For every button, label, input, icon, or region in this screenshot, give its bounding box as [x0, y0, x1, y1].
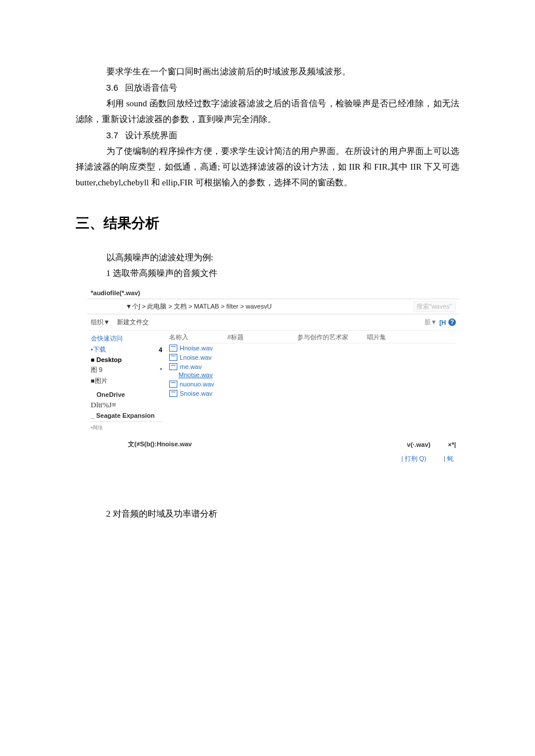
audio-file-icon: [169, 354, 177, 361]
open-button[interactable]: | 打刑 Q): [401, 454, 426, 463]
sidebar-network[interactable]: •网络: [91, 423, 162, 433]
section-title-3-7: 设计系统界面: [125, 131, 177, 140]
pic9-badge: *: [160, 367, 162, 374]
cancel-button[interactable]: | 蚝: [444, 454, 454, 463]
step-1-label: 1 选取带高频噪声的音频文件: [76, 266, 459, 281]
file-row[interactable]: Snoise.wav: [169, 389, 456, 398]
dialog-sidebar: 会快速访问 •下载 4 ■ Desktop 图 9 * ■图片 OneDrive: [87, 331, 166, 435]
section-3-6-heading: 3.6 回放语音信号: [76, 80, 459, 96]
help-icon[interactable]: ?: [448, 318, 456, 326]
file-list-header: 名称入 #标题 参与创作的艺术家 唱片集: [169, 333, 456, 343]
breadcrumb-path[interactable]: ▼个∫ > 此电脑 > 文档 > MATLAB > filter > waves…: [91, 302, 413, 311]
section-title-3-6: 回放语音信号: [125, 83, 177, 92]
col-album[interactable]: 唱片集: [367, 333, 456, 342]
sidebar-pic9[interactable]: 图 9 *: [91, 364, 162, 375]
file-name: me.wav: [180, 363, 202, 370]
step-2-label: 2 对音频的时域及功率谱分析: [76, 506, 459, 522]
sidebar-quick-access[interactable]: 会快速访问: [91, 333, 162, 344]
file-name: Mnotse.wav: [179, 371, 213, 378]
body-para-ui-design: 为了使编制的程序操作方便，要求学生设计简洁的用户界面。在所设计的用户界面上可以选…: [76, 144, 459, 191]
file-row[interactable]: Mnotse.wav: [169, 370, 456, 379]
section-num-3-6: 3.6: [106, 83, 119, 92]
filetype-dropdown[interactable]: v(·.wav): [407, 441, 430, 448]
organize-button[interactable]: 组织▼: [91, 318, 110, 327]
view-controls[interactable]: 脏▼ [H ?: [425, 318, 456, 327]
file-name: Lnoise.wav: [180, 354, 212, 361]
search-input[interactable]: 搜索"waves": [413, 301, 456, 312]
file-row[interactable]: Lnoise.wav: [169, 353, 456, 362]
file-row[interactable]: Hnoise.wav: [169, 343, 456, 353]
body-para-window-waveform: 要求学生在一个窗口同时画出滤波前后的时域波形及频域波形。: [76, 64, 459, 80]
filename-bar: 文(≠S(b():Hnoise.wav v(·.wav) ×*|: [87, 435, 459, 451]
dialog-title: *audiofile(*.wav): [87, 287, 459, 299]
file-name: Snoise.wav: [180, 390, 212, 397]
dialog-button-row: | 打刑 Q) | 蚝: [87, 451, 459, 465]
downloads-badge: 4: [159, 346, 162, 353]
audio-file-icon: [169, 345, 177, 352]
clear-icon[interactable]: ×*|: [448, 441, 456, 448]
sidebar-dltt[interactable]: Dltt%J≡: [91, 399, 162, 411]
col-title[interactable]: #标题: [227, 333, 297, 342]
dialog-path-bar: ▼个∫ > 此电脑 > 文档 > MATLAB > filter > waves…: [87, 299, 459, 314]
view-bracket: [H: [439, 319, 446, 326]
dialog-toolbar: 组织▼ 新建文件交 脏▼ [H ?: [87, 314, 459, 330]
sidebar-pictures[interactable]: ■图片: [91, 375, 162, 386]
body-para-sound-playback: 利用 sound 函数回放经过数字滤波器滤波之后的语音信号，检验噪声是否已经准除…: [76, 96, 459, 127]
col-artist[interactable]: 参与创作的艺术家: [297, 333, 367, 342]
new-folder-button[interactable]: 新建文件交: [117, 318, 149, 327]
file-name: Hnoise.wav: [180, 345, 213, 352]
audio-file-icon: [169, 390, 177, 397]
file-open-dialog: *audiofile(*.wav) ▼个∫ > 此电脑 > 文档 > MATLA…: [87, 287, 459, 465]
file-name: nuonuo.wav: [180, 381, 214, 388]
audio-file-icon: [169, 363, 177, 370]
file-list-pane: 名称入 #标题 参与创作的艺术家 唱片集 Hnoise.wav Lnoise.w…: [166, 331, 459, 435]
sidebar-downloads[interactable]: •下载 4: [91, 344, 162, 355]
file-row[interactable]: nuonuo.wav: [169, 379, 456, 389]
sidebar-desktop[interactable]: ■ Desktop: [91, 355, 162, 364]
sidebar-seagate[interactable]: _ Seagate Expansion: [91, 411, 162, 420]
view-mode-label: 脏▼: [425, 318, 437, 327]
col-name[interactable]: 名称入: [169, 333, 227, 342]
audio-file-icon: [169, 381, 177, 388]
filename-field[interactable]: 文(≠S(b():Hnoise.wav: [128, 440, 192, 449]
heading-results-analysis: 三、结果分析: [76, 214, 459, 232]
section-3-7-heading: 3.7 设计系统界面: [76, 127, 459, 144]
sidebar-onedrive[interactable]: OneDrive: [91, 390, 162, 399]
section-num-3-7: 3.7: [106, 130, 119, 140]
example-intro: 以高频噪声的滤波处理为例:: [76, 250, 459, 266]
